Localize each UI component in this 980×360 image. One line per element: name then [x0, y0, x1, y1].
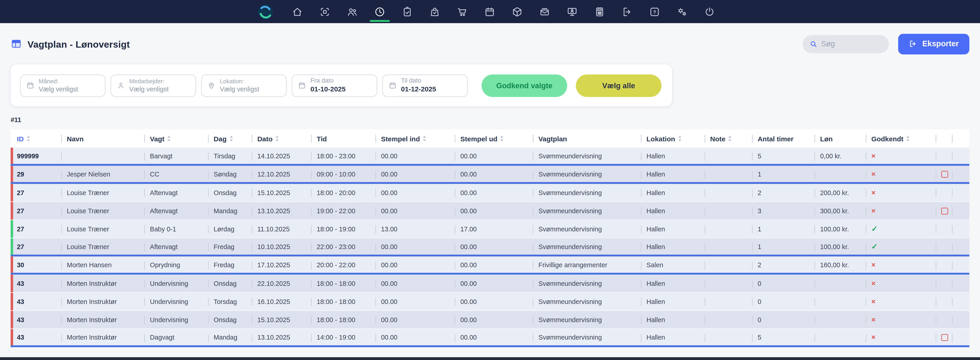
cell-text: Aftenvagt — [150, 243, 178, 250]
cell-lokation: Hallen — [641, 293, 705, 310]
cell-vagtplan: Svømmeundervisning — [533, 275, 641, 292]
home-icon[interactable] — [291, 6, 303, 17]
month-filter[interactable]: Måned:Vælg venligst — [20, 74, 105, 97]
table-row[interactable]: 43Morten InstruktørUndervisningTorsdag16… — [11, 293, 969, 311]
cell-godkendt: × — [865, 311, 935, 328]
cell-extra — [935, 256, 952, 273]
cell-text: 12.10.2025 — [257, 170, 290, 178]
col-header-lokation[interactable]: Lokation — [641, 130, 705, 148]
cell-antal_timer: 5 — [752, 148, 815, 164]
mail-stack-icon[interactable] — [539, 6, 550, 17]
cell-text: 0,00 kr. — [820, 152, 842, 160]
table-row[interactable]: 999999BarvagtTirsdag14.10.202518:00 - 23… — [11, 148, 969, 166]
cell-dag: Søndag — [208, 166, 251, 182]
col-header-stempel_ud[interactable]: Stempel ud — [455, 130, 533, 148]
employee-filter[interactable]: Medarbejder:Vælg venligst — [111, 74, 196, 97]
cell-vagtplan: Svømmeundervisning — [533, 184, 641, 202]
cell-text: 43 — [17, 280, 24, 287]
cell-text: Louise Træner — [67, 207, 109, 214]
help-icon[interactable]: ? — [649, 6, 660, 17]
col-header-note[interactable]: Note — [705, 130, 752, 148]
cell-antal_timer: 1 — [752, 238, 815, 255]
cell-dato: 11.10.2025 — [251, 220, 311, 238]
table-row[interactable]: 43Morten InstruktørUndervisningOnsdag15.… — [11, 311, 969, 329]
cell-text: Hallen — [646, 243, 665, 250]
cell-stempel_ind: 00.00 — [375, 202, 455, 219]
cell-lon: 0,00 kr. — [815, 148, 865, 164]
col-header-dato[interactable]: Dato — [251, 130, 311, 148]
cell-vagt: Aftenvagt — [144, 202, 208, 219]
cell-text: 43 — [17, 333, 24, 341]
clipboard-check-icon[interactable] — [401, 6, 413, 17]
col-label: Stempel ud — [460, 135, 497, 142]
cell-tid: 18:00 - 23:00 — [311, 148, 375, 164]
col-header-stempel_ind[interactable]: Stempel ind — [375, 130, 455, 148]
cell-dag: Tirsdag — [208, 148, 251, 164]
cell-note — [705, 238, 752, 255]
cart-icon[interactable] — [457, 6, 468, 17]
bag-check-icon[interactable] — [429, 6, 440, 17]
table-row[interactable]: 43Morten InstruktørUndervisningOnsdag22.… — [11, 275, 969, 293]
to-date-filter[interactable]: Til dato01-12-2025 — [382, 74, 468, 97]
search-input[interactable] — [821, 40, 879, 48]
col-header-vagt[interactable]: Vagt — [144, 130, 208, 148]
cell-lon — [815, 293, 865, 310]
col-header-godkendt[interactable]: Godkendt — [865, 130, 935, 148]
calendar-icon[interactable] — [484, 6, 495, 17]
select-all-button[interactable]: Vælg alle — [576, 74, 662, 97]
cell-text: 2 — [757, 189, 761, 197]
cell-lon — [815, 275, 865, 292]
approve-selected-button[interactable]: Godkend valgte — [482, 74, 567, 97]
table-row[interactable]: 27Louise TrænerAftenvagtMandag13.10.2025… — [11, 202, 969, 220]
col-header-lon: Løn — [815, 130, 865, 148]
exit-door-icon[interactable] — [621, 6, 633, 17]
cell-text: Hallen — [646, 225, 665, 233]
cell-navn: Louise Træner — [61, 184, 144, 202]
cell-text: 27 — [17, 225, 24, 233]
col-header-dag[interactable]: Dag — [208, 130, 251, 148]
cell-extra — [952, 238, 969, 255]
cell-text: 15.10.2025 — [257, 316, 290, 323]
cell-id: 43 — [11, 329, 61, 346]
cell-id: 27 — [11, 220, 61, 238]
table-row[interactable]: 43Morten InstruktørDagvagtMandag13.10.20… — [11, 329, 969, 347]
export-button[interactable]: Eksporter — [898, 34, 969, 54]
cell-dag: Mandag — [208, 202, 251, 219]
table-row[interactable]: 27Louise TrænerAftenvagtOnsdag15.10.2025… — [11, 184, 969, 202]
row-select-checkbox[interactable] — [941, 171, 948, 178]
cell-text: Morten Instruktør — [67, 316, 117, 323]
cell-text: Dagvagt — [150, 333, 174, 341]
search-box[interactable] — [802, 35, 889, 53]
export-label: Eksporter — [922, 40, 959, 48]
cell-text: 00.00 — [381, 280, 397, 287]
table-row[interactable]: 27Louise TrænerAftenvagtFredag10.10.2025… — [11, 238, 969, 256]
presentation-icon[interactable] — [566, 6, 578, 17]
cell-stempel_ud: 00.00 — [455, 256, 533, 273]
people-icon[interactable] — [346, 6, 358, 17]
col-header-id[interactable]: ID — [11, 130, 61, 148]
table-row[interactable]: 30Morten HansenOprydningFredag17.10.2025… — [11, 256, 969, 275]
row-select-checkbox[interactable] — [941, 334, 948, 341]
cell-tid: 19:00 - 22:00 — [311, 202, 375, 219]
row-select-checkbox[interactable] — [941, 207, 948, 214]
cell-godkendt: × — [865, 166, 935, 182]
cell-note — [705, 311, 752, 328]
table-row[interactable]: 27Louise TrænerBaby 0-1Lørdag11.10.20251… — [11, 220, 969, 238]
cell-text: 1 — [757, 225, 761, 233]
power-icon[interactable] — [704, 6, 715, 17]
cell-extra — [952, 329, 969, 346]
cell-text: 999999 — [17, 152, 39, 160]
brand-logo[interactable] — [257, 3, 274, 20]
location-filter[interactable]: Lokation:Vælg venligst — [201, 74, 287, 97]
col-label: Vagtplan — [538, 135, 567, 142]
calculator-icon[interactable] — [593, 6, 605, 17]
clock-icon[interactable] — [374, 6, 385, 17]
from-date-filter[interactable]: Fra dato01-10-2025 — [292, 74, 377, 97]
archive-icon[interactable] — [511, 6, 522, 17]
cell-dag: Onsdag — [208, 275, 251, 292]
scan-icon[interactable] — [319, 6, 330, 17]
table-row[interactable]: 29Jesper NielsenCCSøndag12.10.202509:00 … — [11, 166, 969, 184]
cell-note — [705, 166, 752, 182]
gears-icon[interactable] — [676, 6, 687, 17]
cell-tid: 18:00 - 18:00 — [311, 311, 375, 328]
